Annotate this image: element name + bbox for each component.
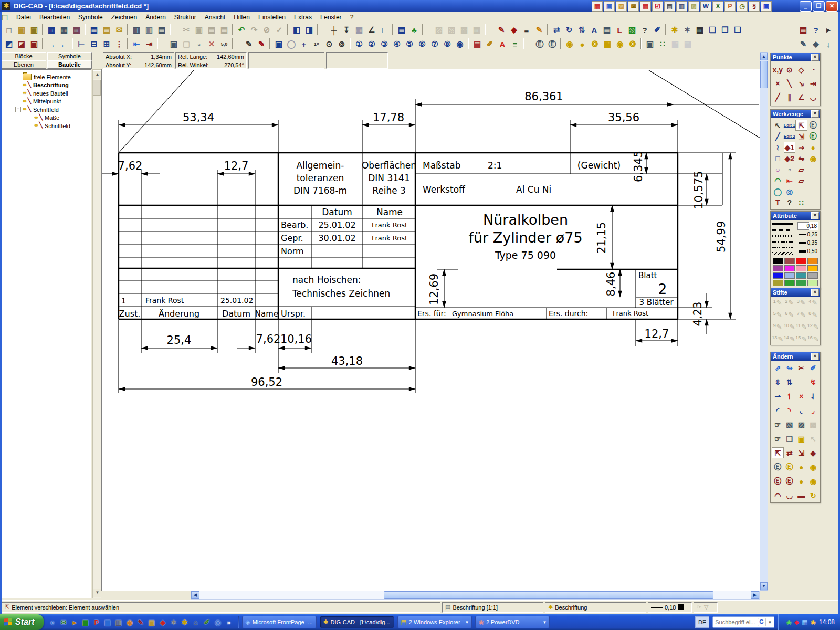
pen-5[interactable]: 5✎ xyxy=(772,311,784,319)
menu-datei[interactable]: Datei xyxy=(12,12,35,23)
separator[interactable] xyxy=(391,24,395,35)
donut-tool[interactable]: ◎ xyxy=(784,186,796,197)
lock-1[interactable]: ▨ xyxy=(433,24,445,36)
separator[interactable] xyxy=(230,38,235,49)
access-icon[interactable]: § xyxy=(749,1,760,12)
pen-2[interactable]: 2✎ xyxy=(784,299,796,307)
menu-struktur[interactable]: Struktur xyxy=(170,12,201,23)
select-gray[interactable]: ▢ xyxy=(180,38,193,50)
scroll-left-icon[interactable]: ◀ xyxy=(191,591,200,599)
separator[interactable] xyxy=(168,24,173,35)
point-parallel[interactable]: ∥ xyxy=(784,90,796,104)
theme-icon[interactable]: ▨ xyxy=(616,1,627,12)
menu-help[interactable]: ? xyxy=(346,12,358,23)
modify-trim-2[interactable]: ↿ xyxy=(784,391,796,402)
modify-move-ref[interactable]: ⇱ xyxy=(772,447,784,458)
structure-up[interactable]: ◩ xyxy=(3,38,15,50)
color-red[interactable] xyxy=(796,258,806,264)
point-intersection[interactable]: × xyxy=(772,77,784,90)
tree-vertical[interactable]: ⊟ xyxy=(88,38,100,50)
modify-edit-point[interactable]: ✐ xyxy=(807,362,820,373)
neues Bauteil[interactable]: neues Bauteil xyxy=(2,89,91,98)
close-button[interactable]: ✕ xyxy=(826,1,838,12)
parts-key[interactable]: ❂ xyxy=(589,38,601,50)
part-coin[interactable]: ● xyxy=(807,142,820,153)
tasks-icon[interactable]: ☑ xyxy=(652,1,663,12)
flip-element[interactable]: ⇅ xyxy=(575,24,588,36)
pen-calibrate-2[interactable]: ✎ xyxy=(255,38,268,50)
modify-coin-3[interactable]: ● xyxy=(795,476,807,487)
language-indicator[interactable]: DE xyxy=(695,616,709,628)
help-doc[interactable]: ▤ xyxy=(797,24,810,36)
ql-paint[interactable]: ✐ xyxy=(202,618,211,627)
menu-zeichnen[interactable]: Zeichnen xyxy=(107,12,141,23)
titleblock-lines[interactable] xyxy=(119,70,760,393)
separator[interactable] xyxy=(230,24,235,35)
scroll-up-icon[interactable]: ▲ xyxy=(93,70,102,79)
linestyle-dash[interactable] xyxy=(772,228,793,232)
save-as[interactable]: ▦ xyxy=(58,24,70,36)
Schriftfeld[interactable]: Schriftfeld xyxy=(2,122,91,130)
table[interactable]: ▦ xyxy=(694,24,706,36)
parallelogram-2[interactable]: ▱ xyxy=(795,175,807,186)
modify-e-copy-1[interactable]: Ⓔ xyxy=(772,461,784,472)
modify-wand[interactable]: ↯ xyxy=(807,376,820,387)
zoom-6[interactable]: ⑥ xyxy=(416,38,428,50)
point-arc[interactable]: ◔ xyxy=(807,63,820,77)
linestyle-wave[interactable] xyxy=(772,251,793,255)
pick-point-2[interactable]: ◆2 xyxy=(784,153,796,164)
go-next[interactable]: → xyxy=(45,38,58,50)
modify-arc-2[interactable]: ◡ xyxy=(784,490,796,501)
notes-icon[interactable]: ▨ xyxy=(688,1,699,12)
color-green[interactable] xyxy=(784,280,795,286)
zoom-1[interactable]: ① xyxy=(353,38,365,50)
separator[interactable] xyxy=(40,38,45,49)
arc-tool[interactable]: ◠ xyxy=(772,175,784,186)
print-preview[interactable]: ▥ xyxy=(143,24,155,36)
print-setup[interactable]: ▤ xyxy=(155,24,168,36)
spacer[interactable] xyxy=(425,24,433,36)
spacer[interactable] xyxy=(488,24,495,36)
Maße[interactable]: Maße xyxy=(2,114,91,122)
confirm[interactable]: ✓ xyxy=(273,24,286,36)
separator[interactable] xyxy=(521,38,526,49)
grid-dots[interactable]: ∷ xyxy=(656,38,669,50)
pen-multi[interactable]: ✎ xyxy=(533,24,545,36)
powerpoint-icon[interactable]: P xyxy=(724,1,736,12)
ellipse-tool[interactable]: ◯ xyxy=(772,186,784,197)
mirror-to-point[interactable]: ⇋ xyxy=(795,153,807,164)
zoom-doc[interactable]: ▤ xyxy=(395,24,408,36)
page-element[interactable]: ▤ xyxy=(601,24,613,36)
pen-1[interactable]: 1✎ xyxy=(772,299,784,307)
part-in[interactable]: ⇤ xyxy=(130,38,143,50)
tray-sound[interactable]: ◉ xyxy=(810,618,815,626)
excel-icon[interactable]: X xyxy=(712,1,723,12)
linestyle-dashdotdot[interactable] xyxy=(772,245,793,249)
dim-element[interactable]: L xyxy=(613,24,626,36)
spacer[interactable] xyxy=(160,38,167,50)
color-gray[interactable] xyxy=(807,272,818,279)
task-explorer[interactable]: ▤ 2 Windows Explorer ▼ xyxy=(397,616,472,628)
grid[interactable]: ▦ xyxy=(353,24,365,36)
drawing-canvas[interactable]: 53,34 17,78 86,361 35,56 7,62 12,7 25,4 … xyxy=(101,69,760,591)
pen-6[interactable]: 6✎ xyxy=(784,311,796,319)
prev-page[interactable]: ◧ xyxy=(290,24,303,36)
solid-edit[interactable]: ◆ xyxy=(508,24,520,36)
Beschriftung[interactable]: Beschriftung xyxy=(2,81,91,90)
move-element[interactable]: ⇄ xyxy=(550,24,563,36)
modify-arc-1[interactable]: ◠ xyxy=(772,490,784,501)
point-tangent[interactable]: ◡ xyxy=(807,90,820,104)
separator[interactable] xyxy=(483,24,488,35)
scroll-down-icon[interactable]: ▼ xyxy=(760,582,768,590)
query-element[interactable]: ? xyxy=(638,24,651,36)
pick-point-1[interactable]: ◆1 xyxy=(784,142,796,153)
gears[interactable]: ✱ xyxy=(668,24,681,36)
restore-button[interactable]: ❐ xyxy=(813,1,825,12)
contacts-icon[interactable]: ▤ xyxy=(664,1,675,12)
tray-messenger[interactable]: ◉ xyxy=(786,618,791,626)
modify-e-copy-2[interactable]: Ⓔ xyxy=(784,461,796,472)
point-center[interactable]: ⊙ xyxy=(784,63,796,77)
zoom-3[interactable]: ③ xyxy=(378,38,391,50)
Mittelpunkt[interactable]: Mittelpunkt xyxy=(2,98,91,106)
modify-part-box[interactable]: ▣ xyxy=(795,433,807,444)
